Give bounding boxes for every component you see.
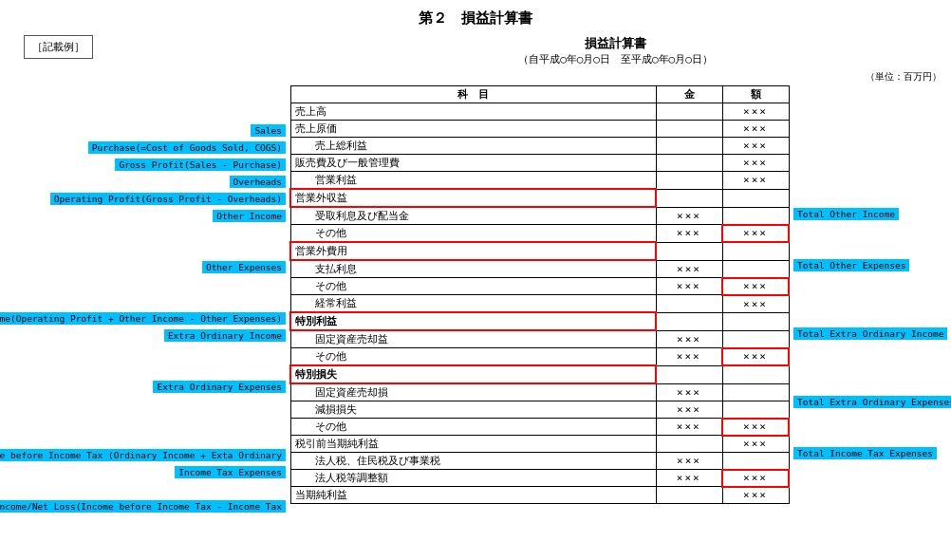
row-amt2: ××× xyxy=(722,155,789,172)
row-item: 経常利益 xyxy=(311,295,656,313)
table-row: 減損損失 ××× xyxy=(290,401,789,419)
annotation-income-tax-expenses: Income Tax Expenses xyxy=(175,466,286,478)
annotation-overheads: Overheads xyxy=(230,176,286,188)
row-item: 固定資産売却損 xyxy=(311,383,656,401)
table-row: 営業利益 ××× xyxy=(290,172,789,190)
row-amt2: ××× xyxy=(722,121,789,138)
row-amt2: ××× xyxy=(722,172,789,190)
row-item: その他 xyxy=(311,225,656,243)
row-item-blank xyxy=(290,330,311,348)
row-amt1: ××× xyxy=(656,278,722,295)
row-amt1 xyxy=(656,138,722,155)
row-item-red: 営業外費用 xyxy=(290,242,656,260)
row-item-red: 特別利益 xyxy=(290,312,656,330)
row-amt1 xyxy=(656,312,722,330)
table-row: 受取利息及び配当金 ××× xyxy=(290,207,789,225)
row-item-blank xyxy=(290,172,311,190)
row-amt2-red: ××× xyxy=(722,470,789,487)
doc-title: 損益計算書 xyxy=(289,35,942,52)
table-row: その他 ××× ××× xyxy=(290,278,789,295)
table-row: 特別損失 xyxy=(290,365,789,383)
row-item: 法人税、住民税及び事業税 xyxy=(311,453,656,470)
table-row: 売上原価 ××× xyxy=(290,121,789,138)
row-item-blank xyxy=(290,419,311,436)
row-amt2 xyxy=(722,383,789,401)
row-amt1: ××× xyxy=(656,260,722,278)
row-amt2 xyxy=(722,312,789,330)
table-row: その他 ××× ××× xyxy=(290,419,789,436)
row-amt1 xyxy=(656,172,722,190)
bracket-label: ［記載例］ xyxy=(24,35,93,59)
row-amt1: ××× xyxy=(656,348,722,366)
annotation-net-income-before-tax: Net Income before Income Tax (Ordinary I… xyxy=(0,449,286,461)
row-item-blank xyxy=(290,453,311,470)
row-item: 税引前当期純利益 xyxy=(290,436,656,453)
annotation-purchase: Purchase(=Cost of Goods Sold, COGS) xyxy=(88,141,286,154)
row-item: その他 xyxy=(311,348,656,366)
annotation-total-extra-ordinary-income: Total Extra Ordinary Income xyxy=(793,327,947,340)
page-container: 第２ 損益計算書 ［記載例］ Sales Purchase(=Cost of G… xyxy=(0,0,951,560)
row-amt2 xyxy=(722,260,789,278)
row-amt1 xyxy=(656,121,722,138)
table-row: 固定資産売却損 ××× xyxy=(290,383,789,401)
row-amt2 xyxy=(722,453,789,470)
annotation-other-income: Other Income xyxy=(213,210,286,222)
row-amt2-red: ××× xyxy=(722,225,789,243)
row-amt1: ××× xyxy=(656,470,722,487)
table-row: 法人税、住民税及び事業税 ××× xyxy=(290,453,789,470)
row-item-blank xyxy=(290,260,311,278)
row-amt1: ××× xyxy=(656,207,722,225)
row-amt2 xyxy=(722,207,789,225)
annotation-ordinary-income: Ordinary Income(Operating Profit + Other… xyxy=(0,312,286,325)
annotation-total-other-income: Total Other Income xyxy=(793,208,899,220)
row-amt1: ××× xyxy=(656,330,722,348)
row-item: 当期純利益 xyxy=(290,487,656,504)
row-amt1 xyxy=(656,436,722,453)
row-amt2: ××× xyxy=(722,138,789,155)
table-row: 当期純利益 ××× xyxy=(290,487,789,504)
row-amt1 xyxy=(656,295,722,313)
annotation-total-other-expenses: Total Other Expenses xyxy=(793,259,909,271)
row-item-blank xyxy=(290,225,311,243)
row-amt2 xyxy=(722,365,789,383)
row-item-blank xyxy=(290,138,311,155)
annotation-sales: Sales xyxy=(251,124,286,137)
annotation-total-income-tax-expenses: Total Income Tax Expenses xyxy=(793,447,937,459)
row-item: その他 xyxy=(311,419,656,436)
row-amt2 xyxy=(722,242,789,260)
table-row: 特別利益 xyxy=(290,312,789,330)
row-item-blank xyxy=(290,207,311,225)
row-item: 販売費及び一般管理費 xyxy=(290,155,656,172)
row-item-blank xyxy=(290,278,311,295)
row-item: その他 xyxy=(311,278,656,295)
row-item: 営業利益 xyxy=(311,172,656,190)
annotation-operating-profit: Operating Profit(Gross Profit - Overhead… xyxy=(50,193,286,205)
row-amt1 xyxy=(656,487,722,504)
annotation-gross-profit: Gross Profit(Sales - Purchase) xyxy=(115,159,286,171)
row-amt1 xyxy=(656,365,722,383)
table-row: 売上総利益 ××× xyxy=(290,138,789,155)
row-amt2: ××× xyxy=(722,295,789,313)
row-item-blank xyxy=(290,401,311,419)
row-amt2-red: ××× xyxy=(722,278,789,295)
row-amt2-red: ××× xyxy=(722,348,789,366)
doc-header: 損益計算書 （自平成○年○月○日 至平成○年○月○日） xyxy=(289,35,942,66)
row-amt1 xyxy=(656,242,722,260)
row-amt2: ××× xyxy=(722,436,789,453)
table-row: 法人税等調整額 ××× ××× xyxy=(290,470,789,487)
main-table: 科 目 金 額 売上高 ××× xyxy=(289,85,790,504)
row-item: 支払利息 xyxy=(311,260,656,278)
right-annotations: Total Other Income Total Other Expenses … xyxy=(790,85,942,478)
annotation-extra-ordinary-income: Extra Ordinary Income xyxy=(164,329,286,342)
row-item: 売上高 xyxy=(290,103,656,121)
row-item-red: 営業外収益 xyxy=(290,189,656,207)
row-amt2 xyxy=(722,330,789,348)
row-item: 減損損失 xyxy=(311,401,656,419)
row-amt1 xyxy=(656,155,722,172)
table-row: 営業外費用 xyxy=(290,242,789,260)
row-amt2 xyxy=(722,401,789,419)
page-title: 第２ 損益計算書 xyxy=(9,9,942,28)
header-amount1: 金 xyxy=(656,86,722,103)
row-amt1: ××× xyxy=(656,401,722,419)
row-item: 売上総利益 xyxy=(311,138,656,155)
